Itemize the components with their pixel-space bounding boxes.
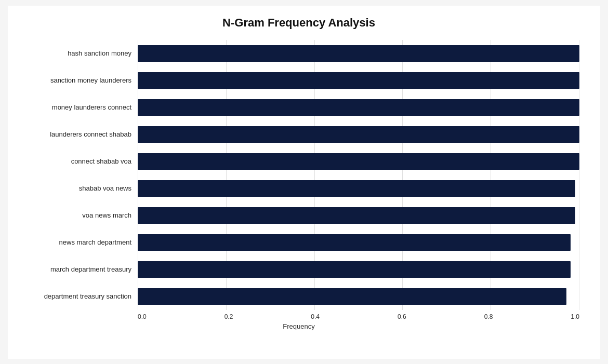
y-label: department treasury sanction	[44, 285, 131, 308]
y-label: voa news march	[82, 204, 131, 227]
bars-section	[138, 40, 579, 310]
y-label: news march department	[59, 231, 131, 254]
chart-container: N-Gram Frequency Analysis hash sanction …	[8, 6, 600, 359]
bar	[138, 99, 579, 116]
y-axis: hash sanction moneysanction money launde…	[18, 40, 138, 310]
y-label: money launderers connect	[52, 96, 131, 119]
x-tick: 0.6	[398, 313, 406, 320]
x-tick: 0.8	[484, 313, 493, 320]
bar-row	[138, 123, 579, 146]
y-label: connect shabab voa	[71, 150, 131, 173]
bar-row	[138, 96, 579, 119]
bar-row	[138, 285, 579, 308]
y-label: march department treasury	[50, 258, 131, 281]
bar	[138, 288, 566, 305]
bar	[138, 153, 579, 170]
bar-row	[138, 177, 579, 200]
x-axis-label: Frequency	[18, 322, 579, 330]
y-label: sanction money launderers	[50, 69, 131, 92]
y-label: hash sanction money	[68, 42, 131, 65]
bar-row	[138, 231, 579, 254]
bar	[138, 72, 579, 89]
bar	[138, 126, 579, 143]
bar-row	[138, 204, 579, 227]
bar-row	[138, 258, 579, 281]
chart-area: hash sanction moneysanction money launde…	[18, 40, 579, 310]
x-tick: 1.0	[571, 313, 579, 320]
bar-row	[138, 150, 579, 173]
bar	[138, 45, 579, 62]
x-tick: 0.0	[138, 313, 147, 320]
bar-row	[138, 42, 579, 65]
bar	[138, 207, 575, 224]
y-label: launderers connect shabab	[50, 123, 131, 146]
bar	[138, 180, 575, 197]
y-label: shabab voa news	[79, 177, 131, 200]
chart-title: N-Gram Frequency Analysis	[18, 16, 579, 30]
bar-row	[138, 69, 579, 92]
bar	[138, 234, 571, 251]
bar	[138, 261, 571, 278]
x-tick: 0.4	[311, 313, 320, 320]
x-axis: 0.00.20.40.60.81.0	[18, 313, 579, 320]
x-tick: 0.2	[224, 313, 233, 320]
